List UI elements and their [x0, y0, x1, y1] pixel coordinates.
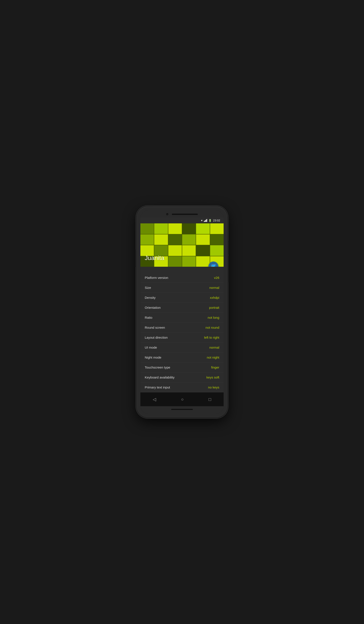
item-value: not round — [206, 326, 219, 329]
mosaic-cell — [140, 234, 154, 245]
status-time: 23:02 — [213, 219, 220, 222]
item-value: portrait — [209, 306, 219, 310]
item-value: v26 — [214, 276, 219, 280]
mosaic-cell — [196, 223, 209, 234]
mosaic-cell — [210, 234, 224, 245]
recents-button[interactable]: □ — [205, 396, 214, 403]
item-label: Touchscreen type — [145, 365, 211, 369]
phone-camera-row — [145, 213, 219, 215]
item-value: not night — [207, 356, 219, 359]
home-button[interactable]: ○ — [178, 396, 187, 403]
list-item: Round screennot round — [140, 323, 224, 333]
mosaic-cell — [182, 234, 196, 245]
camera-dot — [166, 213, 168, 215]
item-value: not long — [208, 316, 219, 319]
list-item: Densityxxhdpi — [140, 293, 224, 303]
mosaic-cell — [182, 256, 196, 267]
mosaic-cell — [168, 256, 182, 267]
item-value: finger — [211, 365, 219, 369]
status-icons: ▾ 🔋 23:02 — [201, 219, 220, 222]
app-title: Juanita — [145, 255, 164, 261]
item-value: normal — [209, 286, 219, 289]
mosaic-cell — [196, 256, 209, 267]
item-value: left to right — [204, 336, 219, 339]
list-item: Keyboard availabilitykeys soft — [140, 372, 224, 382]
content-list: Platform versionv26SizenormalDensityxxhd… — [140, 267, 224, 392]
list-item: Night modenot night — [140, 353, 224, 363]
bottom-nav: ◁ ○ □ — [140, 392, 224, 406]
mosaic-cell — [196, 245, 209, 256]
item-value: no keys — [208, 386, 219, 389]
mosaic-cell — [154, 245, 168, 256]
mosaic-cell — [154, 234, 168, 245]
signal-icon — [204, 219, 207, 222]
bottom-speaker — [171, 409, 193, 410]
item-label: Ratio — [145, 316, 208, 319]
list-item: Sizenormal — [140, 283, 224, 293]
item-label: Density — [145, 296, 210, 299]
item-label: Orientation — [145, 306, 209, 310]
mosaic-cell — [154, 223, 168, 234]
mosaic-cell — [182, 223, 196, 234]
list-item: Layout directionleft to right — [140, 333, 224, 342]
item-label: Night mode — [145, 356, 207, 359]
battery-icon: 🔋 — [208, 219, 212, 222]
list-item: Primary text inputno keys — [140, 382, 224, 392]
item-value: keys soft — [207, 375, 219, 379]
speaker-bar — [172, 214, 198, 215]
item-label: Size — [145, 286, 209, 289]
mosaic-cell — [140, 223, 154, 234]
item-label: Layout direction — [145, 336, 204, 339]
mosaic-cell — [210, 223, 224, 234]
item-value: normal — [209, 346, 219, 349]
item-label: Keyboard availability — [145, 375, 207, 379]
item-label: Round screen — [145, 326, 206, 329]
mosaic-cell — [196, 234, 209, 245]
list-item: UI modenormal — [140, 342, 224, 353]
mosaic-cell — [140, 245, 154, 256]
list-item: Platform versionv26 — [140, 273, 224, 283]
mosaic-cell — [210, 245, 224, 256]
phone-bottom — [140, 406, 224, 414]
wifi-icon: ▾ — [201, 219, 203, 222]
phone-device: ▾ 🔋 23:02 Juanita 🪣 Platform versionv26S… — [136, 206, 228, 418]
item-label: UI mode — [145, 346, 209, 349]
item-label: Platform version — [145, 276, 214, 280]
app-header: Juanita 🪣 — [140, 223, 224, 267]
mosaic-cell — [168, 234, 182, 245]
item-value: xxhdpi — [210, 296, 219, 299]
item-label: Primary text input — [145, 386, 208, 389]
list-item: Rationot long — [140, 313, 224, 323]
phone-screen: ▾ 🔋 23:02 Juanita 🪣 Platform versionv26S… — [140, 210, 224, 414]
status-bar: ▾ 🔋 23:02 — [140, 217, 224, 223]
list-item: Touchscreen typefinger — [140, 363, 224, 372]
bucket-icon: 🪣 — [211, 264, 216, 267]
mosaic-cell — [168, 223, 182, 234]
list-item: Orientationportrait — [140, 303, 224, 313]
back-button[interactable]: ◁ — [149, 395, 159, 403]
mosaic-cell — [182, 245, 196, 256]
mosaic-cell — [168, 245, 182, 256]
phone-top — [140, 210, 224, 217]
